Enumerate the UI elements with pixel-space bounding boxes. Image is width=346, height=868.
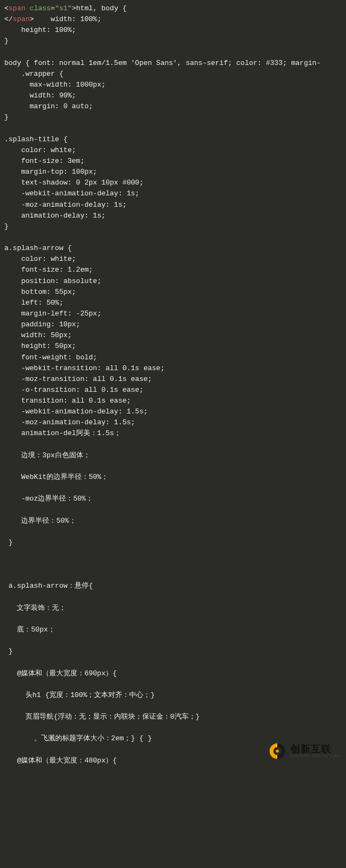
code-line: a.splash-arrow {: [4, 244, 72, 252]
code-line: text-shadow: 0 2px 10px #000;: [4, 179, 143, 187]
code-line: width: 50px;: [4, 331, 72, 339]
watermark-title: 创新互联: [290, 744, 341, 754]
code-block: <span class="s1">html, body { </span> wi…: [4, 3, 342, 766]
code-line: @媒体和（最大宽度：480px）{: [4, 757, 117, 765]
code-line: }: [4, 647, 13, 655]
code-line: </span> width: 100%;: [4, 15, 101, 23]
code-line: height: 100%;: [4, 26, 76, 34]
code-line: 边境：3px白色固体；: [4, 451, 90, 459]
code-line: -webkit-animation-delay: 1s;: [4, 189, 139, 198]
code-line: 底：50px；: [4, 626, 55, 634]
code-line: width: 90%;: [4, 91, 76, 100]
code-line: font-weight: bold;: [4, 353, 97, 361]
code-line: font-size: 1.2em;: [4, 266, 93, 274]
code-line: margin-top: 100px;: [4, 168, 97, 176]
code-line: -webkit-animation-delay: 1.5s;: [4, 407, 148, 416]
watermark-subtitle: CHUANG XIN HU LIAN: [290, 754, 341, 758]
code-line: position: absolute;: [4, 277, 101, 285]
code-line: }: [4, 222, 9, 231]
code-line: @媒体和（最大宽度：690px）{: [4, 669, 117, 678]
watermark-logo-icon: [268, 741, 287, 761]
code-line: margin-left: -25px;: [4, 310, 101, 318]
watermark: 创新互联 CHUANG XIN HU LIAN: [268, 741, 341, 761]
svg-point-0: [276, 749, 278, 752]
code-line: <span class="s1">html, body {: [4, 4, 127, 12]
code-line: 。飞溅的标题字体大小：2em；} { }: [4, 734, 152, 742]
code-line: max-width: 1000px;: [4, 81, 105, 89]
code-line: color: white;: [4, 146, 76, 154]
code-line: padding: 10px;: [4, 320, 80, 328]
code-line: -moz-animation-delay: 1s;: [4, 201, 127, 209]
code-line: 页眉导航{浮动：无；显示：内联块；保证金：0汽车；}: [4, 713, 199, 721]
code-line: a.splash-arrow：悬停{: [4, 582, 93, 590]
code-line: body { font: normal 1em/1.5em 'Open Sans…: [4, 59, 321, 67]
code-line: -moz边界半径：50%；: [4, 495, 93, 503]
code-line: -moz-transition: all 0.1s ease;: [4, 375, 152, 383]
code-line: color: white;: [4, 255, 76, 263]
code-line: -webkit-transition: all 0.1s ease;: [4, 364, 164, 372]
code-line: 边界半径：50%；: [4, 517, 76, 525]
code-line: -o-transition: all 0.1s ease;: [4, 386, 143, 394]
code-line: animation-delay: 1s;: [4, 212, 105, 220]
code-line: .splash-title {: [4, 135, 68, 143]
code-line: }: [4, 37, 9, 45]
code-line: WebKit的边界半径：50%；: [4, 473, 108, 481]
code-line: }: [4, 538, 13, 547]
code-line: animation-del阿美：1.5s；: [4, 429, 121, 437]
code-line: 头h1 {宽度：100%；文本对齐：中心；}: [4, 691, 155, 699]
code-line: -moz-animation-delay: 1.5s;: [4, 418, 135, 426]
code-line: font-size: 3em;: [4, 157, 84, 165]
code-line: margin: 0 auto;: [4, 102, 93, 110]
code-line: transition: all 0.1s ease;: [4, 397, 131, 405]
code-line: 文字装饰：无；: [4, 604, 66, 612]
code-line: left: 50%;: [4, 299, 63, 307]
code-line: .wrapper {: [4, 70, 63, 78]
code-line: height: 50px;: [4, 342, 76, 350]
code-line: bottom: 55px;: [4, 288, 76, 296]
code-line: }: [4, 113, 9, 121]
